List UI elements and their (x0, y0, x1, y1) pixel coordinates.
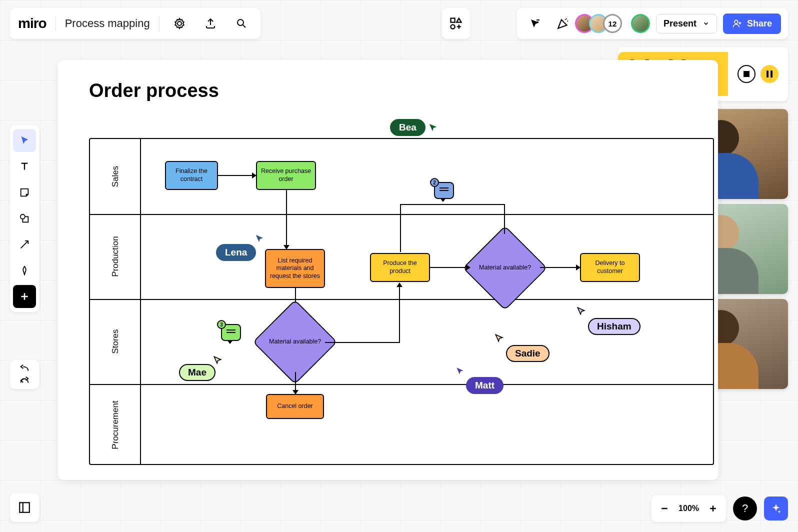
svg-rect-1 (451, 18, 455, 22)
pause-icon (766, 70, 772, 78)
connector-tool[interactable] (13, 233, 36, 256)
cursor-icon (455, 366, 465, 376)
share-label: Share (747, 18, 772, 29)
sticky-note-tool[interactable] (13, 181, 36, 204)
shapes-plus-icon (449, 16, 463, 30)
confetti-icon (556, 17, 570, 30)
svg-rect-9 (20, 502, 30, 512)
svg-point-0 (238, 20, 244, 26)
lane-label: Sales (110, 166, 120, 188)
apps-button[interactable] (442, 8, 470, 39)
user-cursor-hisham: Hisham (588, 318, 640, 335)
avatar-overflow[interactable]: 12 (603, 14, 622, 33)
comment-count-badge: 3 (217, 320, 226, 329)
user-cursor-lena: Lena (216, 244, 256, 261)
node-cancel-order[interactable]: Cancel order (266, 394, 324, 419)
svg-rect-4 (744, 71, 750, 77)
cursor-icon (428, 122, 438, 133)
pointer-icon (19, 135, 30, 146)
svg-rect-6 (770, 70, 772, 78)
undo-button[interactable] (19, 364, 30, 373)
redo-button[interactable] (19, 376, 30, 385)
cursor-icon (494, 333, 504, 343)
gear-icon (174, 18, 186, 30)
add-tool[interactable] (13, 285, 36, 308)
shape-tool[interactable] (13, 207, 36, 230)
collaborator-avatars[interactable]: 12 (580, 14, 622, 33)
svg-point-2 (451, 24, 455, 28)
text-tool[interactable] (13, 155, 36, 178)
zoom-controls: 100% (652, 495, 726, 522)
collab-bar: 12 Present Share (517, 8, 788, 39)
pen-icon (19, 265, 30, 276)
cursor-lines-icon (529, 18, 541, 30)
reactions-button[interactable] (552, 12, 574, 34)
svg-point-3 (734, 20, 738, 24)
node-delivery[interactable]: Delivery to customer (580, 253, 640, 282)
cursor-icon (212, 355, 222, 365)
sparkle-icon (770, 503, 782, 514)
present-button[interactable]: Present (656, 14, 717, 34)
present-label: Present (664, 18, 696, 29)
share-button[interactable]: Share (723, 14, 781, 34)
pen-tool[interactable] (13, 259, 36, 282)
user-cursor-matt: Matt (466, 377, 504, 394)
comment-thread[interactable]: 2 (434, 182, 454, 199)
text-icon (19, 161, 30, 172)
svg-rect-5 (766, 70, 768, 78)
current-user-avatar[interactable] (631, 14, 650, 33)
user-cursor-bea: Bea (390, 119, 438, 136)
node-list-materials[interactable]: List required materials and request the … (265, 249, 325, 288)
arrow-icon (19, 239, 30, 250)
upload-icon (204, 18, 216, 30)
redo-icon (19, 376, 30, 385)
question-icon: ? (742, 502, 748, 515)
plus-icon (20, 292, 30, 302)
minimap-button[interactable] (10, 493, 39, 522)
zoom-percent[interactable]: 100% (678, 504, 699, 513)
canvas-frame[interactable]: Order process Sales Production Stores Pr… (58, 60, 718, 480)
cursor-chat-button[interactable] (524, 12, 546, 34)
ai-button[interactable] (764, 496, 788, 520)
cursor-icon (254, 233, 265, 244)
node-receive-po[interactable]: Receive purchase order (256, 161, 316, 190)
cursor-icon (576, 306, 586, 316)
timer-pause-button[interactable] (760, 65, 778, 83)
stop-icon (744, 71, 750, 77)
zoom-out-button[interactable] (660, 504, 670, 514)
board-header: miro Process mapping (10, 8, 260, 39)
timer-stop-button[interactable] (738, 65, 756, 83)
sticky-note-icon (19, 187, 30, 198)
node-finalize-contract[interactable]: Finalize the contract (165, 161, 218, 190)
swimlanes[interactable]: Sales Production Stores Procurement Fina… (89, 138, 714, 465)
user-cursor-mae: Mae (179, 364, 216, 381)
board-title[interactable]: Process mapping (65, 17, 150, 30)
select-tool[interactable] (13, 129, 36, 152)
help-button[interactable]: ? (733, 496, 757, 520)
left-toolbar (10, 125, 39, 312)
comment-thread[interactable]: 3 (221, 324, 241, 341)
shape-icon (19, 213, 30, 224)
user-plus-icon (732, 18, 742, 28)
lane-label: Stores (110, 329, 120, 354)
bottom-right-controls: 100% ? (652, 495, 788, 522)
lane-label: Procurement (110, 400, 120, 449)
user-cursor-sadie: Sadie (506, 345, 550, 362)
export-button[interactable] (200, 12, 222, 34)
app-logo[interactable]: miro (18, 16, 46, 32)
search-button[interactable] (230, 12, 252, 34)
search-icon (236, 18, 248, 30)
settings-button[interactable] (168, 12, 190, 34)
lane-label: Production (110, 236, 120, 276)
undo-icon (19, 364, 30, 373)
chevron-down-icon (702, 20, 710, 27)
comment-count-badge: 2 (430, 178, 439, 187)
panel-icon (18, 501, 31, 514)
svg-point-8 (20, 214, 25, 219)
frame-title: Order process (89, 80, 219, 102)
zoom-in-button[interactable] (708, 504, 718, 514)
history-toolbar (10, 360, 39, 389)
node-produce[interactable]: Produce the product (370, 253, 430, 282)
node-material-decision[interactable]: Material available? (462, 226, 548, 310)
